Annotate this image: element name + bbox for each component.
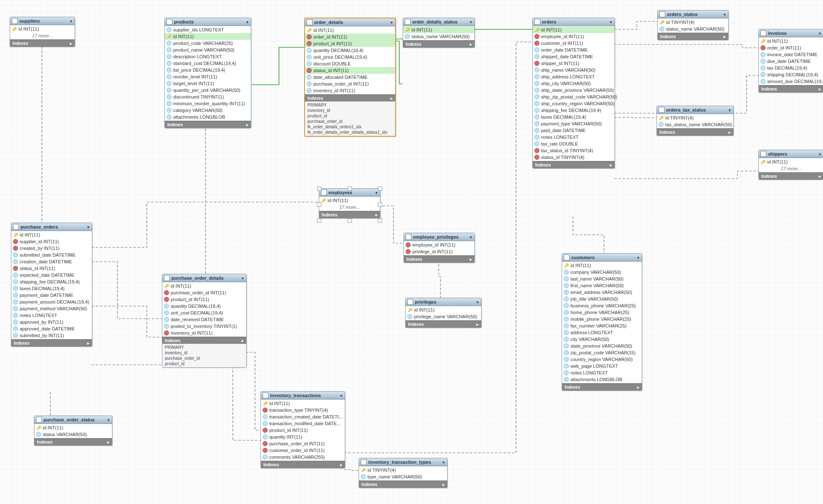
column-row[interactable]: category VARCHAR(50) xyxy=(165,107,251,114)
column-row[interactable]: due_date DATETIME xyxy=(759,58,823,65)
column-row[interactable]: mobile_phone VARCHAR(25) xyxy=(562,316,642,322)
table-header[interactable]: customers▾ xyxy=(562,254,642,262)
collapse-icon[interactable]: ▾ xyxy=(818,152,822,156)
index-item[interactable]: PRIMARY xyxy=(165,345,244,350)
column-row[interactable]: first_name VARCHAR(50) xyxy=(562,282,642,289)
table-products[interactable]: products▾supplier_ids LONGTEXTid INT(11)… xyxy=(164,18,251,128)
column-row[interactable]: ship_state_province VARCHAR(50) xyxy=(533,87,615,94)
column-row[interactable]: inventory_id INT(11) xyxy=(162,330,246,336)
collapse-icon[interactable]: ▾ xyxy=(469,235,473,239)
column-row[interactable]: paid_date DATETIME xyxy=(533,127,615,134)
indexes-section-header[interactable]: Indexes▸ xyxy=(406,320,481,327)
table-header[interactable]: order_details_status▾ xyxy=(403,18,474,26)
index-item[interactable]: PRIMARY xyxy=(307,102,393,108)
column-row[interactable]: reorder_level INT(11) xyxy=(165,73,251,80)
column-row[interactable]: posted_to_inventory TINYINT(1) xyxy=(162,323,246,330)
column-row[interactable]: shipping DECIMAL(19,4) xyxy=(759,71,823,78)
column-row[interactable]: discontinued TINYINT(1) xyxy=(165,94,251,100)
column-row[interactable]: email_address VARCHAR(50) xyxy=(562,289,642,296)
collapse-icon[interactable]: ▾ xyxy=(389,20,393,25)
resize-handle[interactable] xyxy=(317,203,321,207)
column-row[interactable]: status_id INT(11) xyxy=(11,265,92,272)
collapse-icon[interactable]: ▾ xyxy=(86,225,90,229)
column-row[interactable]: notes LONGTEXT xyxy=(11,312,92,319)
column-row[interactable]: created_by INT(11) xyxy=(11,245,92,252)
column-row[interactable]: status_id TINYINT(4) xyxy=(533,154,615,161)
column-row[interactable]: status_id INT(11) xyxy=(305,67,395,74)
column-row[interactable]: supplier_id INT(11) xyxy=(11,238,92,245)
table-header[interactable]: purchase_order_status▾ xyxy=(34,416,112,424)
column-row[interactable]: tax DECIMAL(19,4) xyxy=(759,65,823,71)
column-row[interactable]: country_region VARCHAR(50) xyxy=(562,356,642,363)
collapse-icon[interactable]: ▾ xyxy=(609,20,613,24)
column-row[interactable]: attachments LONGBLOB xyxy=(562,376,642,383)
column-row[interactable]: payment_amount DECIMAL(19,4) xyxy=(11,299,92,305)
column-row[interactable]: job_title VARCHAR(50) xyxy=(562,296,642,302)
index-item[interactable]: product_id xyxy=(307,113,393,119)
column-row[interactable]: product_name VARCHAR(50) xyxy=(165,47,251,53)
column-row[interactable]: minimum_reorder_quantity INT(11) xyxy=(165,100,251,107)
column-row[interactable]: employee_id INT(11) xyxy=(404,242,474,248)
indexes-section-header[interactable]: Indexes▸ xyxy=(10,39,75,47)
column-row[interactable]: inventory_id INT(11) xyxy=(305,87,395,94)
column-row[interactable]: ship_name VARCHAR(50) xyxy=(533,67,615,73)
collapse-icon[interactable]: ▾ xyxy=(374,190,378,195)
column-row[interactable]: id INT(11) xyxy=(759,158,823,165)
column-row[interactable]: company VARCHAR(50) xyxy=(562,269,642,275)
index-item[interactable]: fk_order_details_order_details_status1_i… xyxy=(307,130,393,135)
column-row[interactable]: web_page LONGTEXT xyxy=(562,363,642,369)
column-row[interactable]: tax_status_name VARCHAR(50) xyxy=(657,121,733,128)
column-row[interactable]: taxes DECIMAL(19,4) xyxy=(11,285,92,292)
column-row[interactable]: zip_postal_code VARCHAR(15) xyxy=(562,349,642,356)
column-row[interactable]: amount_due DECIMAL(19,4) xyxy=(759,78,823,85)
column-row[interactable]: id INT(11) xyxy=(562,262,642,269)
collapse-icon[interactable]: ▾ xyxy=(722,12,727,17)
indexes-section-header[interactable]: Indexes▸ xyxy=(404,255,474,262)
collapse-icon[interactable]: ▾ xyxy=(69,19,73,23)
table-employees[interactable]: employees▾id INT(11)17 more...Indexes▸ xyxy=(319,188,380,218)
column-row[interactable]: purchase_order_id INT(11) xyxy=(261,440,345,447)
column-row[interactable]: discount DOUBLE xyxy=(305,60,395,67)
column-row[interactable]: transaction_modified_date DATE... xyxy=(261,420,345,427)
table-header[interactable]: inventory_transactions▾ xyxy=(261,392,345,400)
column-row[interactable]: quantity INT(11) xyxy=(261,434,345,440)
column-row[interactable]: attachments LONGBLOB xyxy=(165,114,251,120)
indexes-section-header[interactable]: Indexes▸ xyxy=(658,33,728,40)
index-item[interactable]: inventory_id xyxy=(165,350,244,356)
resize-handle[interactable] xyxy=(317,218,321,223)
table-header[interactable]: privileges▾ xyxy=(406,298,481,306)
indexes-section-header[interactable]: Indexes▸ xyxy=(562,383,642,390)
column-row[interactable]: product_id INT(11) xyxy=(261,427,345,434)
table-header[interactable]: shippers▾ xyxy=(759,150,823,158)
collapse-icon[interactable]: ▾ xyxy=(245,20,249,24)
column-row[interactable]: id INT(11) xyxy=(261,400,345,407)
column-row[interactable]: supplier_ids LONGTEXT xyxy=(165,26,251,33)
column-row[interactable]: order_date DATETIME xyxy=(533,47,615,53)
indexes-section-header[interactable]: Indexes▸ xyxy=(759,85,823,92)
table-privileges[interactable]: privileges▾id INT(11)privilege_name VARC… xyxy=(405,298,482,328)
table-shippers[interactable]: shippers▾id INT(11)17 more...Indexes▸ xyxy=(758,150,823,180)
table-inventory_transaction_types[interactable]: inventory_transaction_types▾id TINYINT(4… xyxy=(359,458,448,488)
index-item[interactable]: fk_order_details_orders1_idx xyxy=(307,124,393,130)
collapse-icon[interactable]: ▾ xyxy=(469,20,473,24)
column-row[interactable]: payment_date DATETIME xyxy=(11,292,92,299)
indexes-section-header[interactable]: Indexes▸ xyxy=(319,211,380,218)
column-row[interactable]: ship_city VARCHAR(50) xyxy=(533,80,615,87)
column-row[interactable]: id TINYINT(4) xyxy=(658,19,728,26)
index-item[interactable]: purchase_order_id xyxy=(165,356,244,361)
index-item[interactable]: product_id xyxy=(165,361,244,366)
table-purchase_order_details[interactable]: purchase_order_details▾id INT(11)purchas… xyxy=(162,274,247,368)
collapse-icon[interactable]: ▾ xyxy=(475,300,479,304)
column-row[interactable]: home_phone VARCHAR(25) xyxy=(562,309,642,316)
indexes-section-header[interactable]: Indexes▸ xyxy=(165,121,251,128)
column-row[interactable]: id INT(11) xyxy=(162,283,246,289)
resize-handle[interactable] xyxy=(317,187,321,191)
column-row[interactable]: tax_status_id TINYINT(4) xyxy=(533,147,615,154)
table-invoices[interactable]: invoices▾id INT(11)order_id INT(11)invoi… xyxy=(758,29,823,93)
column-row[interactable]: id INT(11) xyxy=(533,26,615,33)
column-row[interactable]: date_allocated DATETIME xyxy=(305,74,395,81)
column-row[interactable]: id TINYINT(4) xyxy=(657,114,733,121)
table-purchase_orders[interactable]: purchase_orders▾id INT(11)supplier_id IN… xyxy=(11,223,92,347)
indexes-section-header[interactable]: Indexes▸ xyxy=(261,461,345,468)
column-row[interactable]: list_price DECIMAL(19,4) xyxy=(165,67,251,73)
